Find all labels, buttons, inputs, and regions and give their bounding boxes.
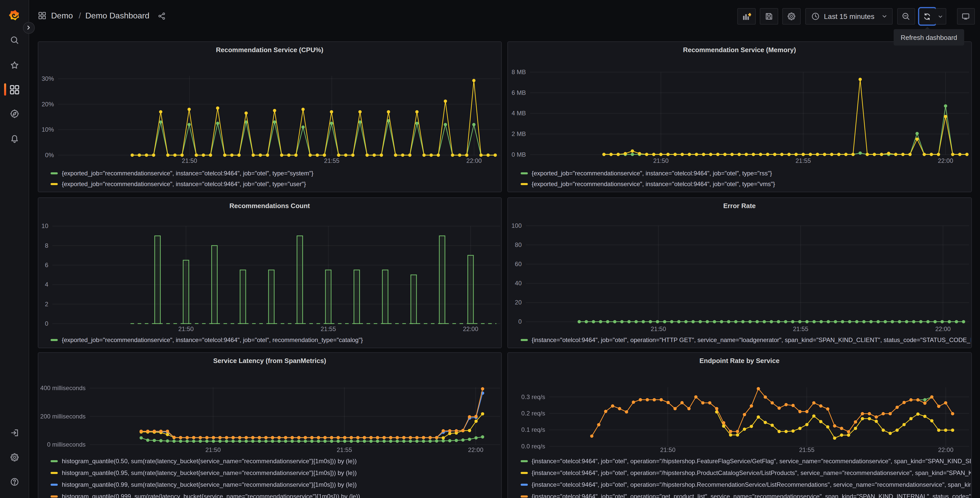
svg-text:22:00: 22:00 xyxy=(463,325,478,332)
svg-text:21:55: 21:55 xyxy=(795,157,811,164)
svg-text:4 MB: 4 MB xyxy=(512,109,526,117)
svg-text:60: 60 xyxy=(515,260,522,267)
svg-text:21:50: 21:50 xyxy=(205,446,221,453)
svg-text:200 milliseconds: 200 milliseconds xyxy=(40,413,85,420)
svg-text:21:50: 21:50 xyxy=(178,325,193,332)
svg-text:20%: 20% xyxy=(41,101,54,107)
svg-text:21:55: 21:55 xyxy=(320,325,336,332)
svg-text:8 MB: 8 MB xyxy=(512,68,526,75)
svg-text:22:00: 22:00 xyxy=(938,446,953,453)
svg-text:0: 0 xyxy=(519,318,522,325)
svg-text:0 milliseconds: 0 milliseconds xyxy=(47,441,85,448)
svg-text:21:55: 21:55 xyxy=(336,446,352,453)
svg-text:2: 2 xyxy=(45,300,48,307)
svg-text:6 MB: 6 MB xyxy=(512,89,526,96)
svg-text:100: 100 xyxy=(511,222,522,229)
svg-text:10: 10 xyxy=(41,222,48,229)
svg-text:0: 0 xyxy=(45,320,48,327)
svg-text:22:00: 22:00 xyxy=(935,325,951,332)
svg-text:22:00: 22:00 xyxy=(938,157,953,164)
svg-text:0.1 req/s: 0.1 req/s xyxy=(522,426,545,433)
svg-text:10%: 10% xyxy=(41,126,54,132)
svg-text:0.2 req/s: 0.2 req/s xyxy=(522,410,545,417)
svg-text:4: 4 xyxy=(45,281,48,287)
svg-text:21:55: 21:55 xyxy=(793,325,808,332)
svg-text:80: 80 xyxy=(515,241,522,248)
svg-text:0 MB: 0 MB xyxy=(512,151,526,158)
svg-text:20: 20 xyxy=(515,298,522,305)
svg-text:6: 6 xyxy=(45,261,48,268)
svg-text:22:00: 22:00 xyxy=(466,157,482,164)
svg-text:0%: 0% xyxy=(45,152,54,158)
svg-text:21:50: 21:50 xyxy=(651,325,666,332)
svg-text:40: 40 xyxy=(515,279,522,286)
svg-text:0.0 req/s: 0.0 req/s xyxy=(522,442,545,449)
svg-text:22:00: 22:00 xyxy=(468,446,483,453)
svg-text:21:50: 21:50 xyxy=(653,157,668,164)
svg-text:400 milliseconds: 400 milliseconds xyxy=(40,384,85,391)
svg-text:21:50: 21:50 xyxy=(181,157,197,164)
svg-text:8: 8 xyxy=(45,242,48,249)
svg-text:30%: 30% xyxy=(41,75,54,82)
svg-text:21:55: 21:55 xyxy=(324,157,339,164)
svg-text:2 MB: 2 MB xyxy=(512,130,526,137)
svg-text:21:55: 21:55 xyxy=(799,446,815,453)
svg-text:21:50: 21:50 xyxy=(660,446,676,453)
svg-text:0.3 req/s: 0.3 req/s xyxy=(522,393,545,400)
